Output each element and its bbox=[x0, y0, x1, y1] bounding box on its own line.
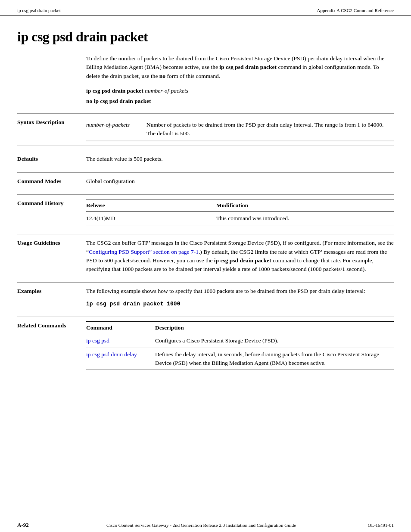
command-modes-label: Command Modes bbox=[17, 177, 86, 186]
defaults-label: Defaults bbox=[17, 155, 86, 163]
related-command[interactable]: ip csg psd bbox=[86, 334, 155, 348]
command-history-label: Command History bbox=[17, 199, 86, 226]
examples-section: Examples The following example shows how… bbox=[17, 282, 394, 312]
command-modes-content: Global configuration bbox=[86, 177, 394, 186]
related-commands-label: Related Commands bbox=[17, 321, 86, 370]
footer-title: Cisco Content Services Gateway - 2nd Gen… bbox=[43, 523, 359, 528]
related-desc: Defines the delay interval, in seconds, … bbox=[155, 348, 394, 370]
syntax-line-2: no ip csg psd drain packet bbox=[86, 98, 394, 105]
syntax-table: number-of-packets Number of packets to b… bbox=[86, 118, 394, 142]
related-row: ip csg psd Configures a Cisco Persistent… bbox=[86, 334, 394, 348]
history-col1-header: Release bbox=[86, 199, 216, 212]
usage-guidelines-label: Usage Guidelines bbox=[17, 239, 86, 274]
command-history-section: Command History Release Modification 12.… bbox=[17, 194, 394, 230]
syntax-description-label: Syntax Description bbox=[17, 118, 86, 142]
examples-para1: The following example shows how to speci… bbox=[86, 287, 394, 296]
usage-bold-1: ip csg psd drain packet bbox=[214, 257, 271, 264]
related-command-link: ip csg psd bbox=[86, 337, 109, 344]
syntax-row: number-of-packets Number of packets to b… bbox=[86, 118, 394, 141]
history-table: Release Modification 12.4(11)MD This com… bbox=[86, 199, 394, 226]
related-command-link: ip csg psd drain delay bbox=[86, 351, 137, 358]
syntax-line-1: ip csg psd drain packet number-of-packet… bbox=[86, 87, 394, 94]
syntax-bold-2: no ip csg psd drain packet bbox=[86, 98, 151, 104]
header-right: Appendix A CSG2 Command Reference bbox=[317, 8, 394, 13]
syntax-param: number-of-packets bbox=[86, 118, 146, 141]
defaults-text: The default value is 500 packets. bbox=[86, 156, 163, 162]
footer-page-number: A-92 bbox=[17, 522, 43, 529]
history-col2-header: Modification bbox=[216, 199, 394, 212]
history-modification: This command was introduced. bbox=[216, 212, 394, 225]
intro-bold-1: ip csg psd drain packet bbox=[219, 64, 277, 70]
related-col2-header: Description bbox=[155, 322, 394, 334]
page-footer: A-92 Cisco Content Services Gateway - 2n… bbox=[0, 518, 411, 532]
defaults-section: Defaults The default value is 500 packet… bbox=[17, 146, 394, 172]
related-col1-header: Command bbox=[86, 322, 155, 334]
examples-content: The following example shows how to speci… bbox=[86, 287, 394, 308]
intro-para1: To define the number of packets to be dr… bbox=[86, 54, 394, 81]
command-modes-text: Global configuration bbox=[86, 178, 135, 184]
defaults-content: The default value is 500 packets. bbox=[86, 155, 394, 163]
usage-guidelines-content: The CSG2 can buffer GTP’ messages in the… bbox=[86, 239, 394, 274]
footer-doc-number: OL-15491-01 bbox=[359, 523, 394, 528]
usage-para1: The CSG2 can buffer GTP’ messages in the… bbox=[86, 239, 394, 274]
related-command[interactable]: ip csg psd drain delay bbox=[86, 348, 155, 370]
examples-label: Examples bbox=[17, 287, 86, 308]
command-history-content: Release Modification 12.4(11)MD This com… bbox=[86, 199, 394, 226]
command-title: ip csg psd drain packet bbox=[17, 29, 394, 45]
syntax-table-bottom-row bbox=[86, 141, 394, 141]
usage-link[interactable]: Configuring PSD Support” section on page… bbox=[89, 249, 199, 255]
related-row: ip csg psd drain delay Defines the delay… bbox=[86, 348, 394, 370]
history-header-row: Release Modification bbox=[86, 199, 394, 212]
header-left: ip csg psd drain packet bbox=[17, 8, 61, 13]
page: ip csg psd drain packet Appendix A CSG2 … bbox=[0, 0, 411, 532]
command-modes-section: Command Modes Global configuration bbox=[17, 172, 394, 190]
syntax-description-content: number-of-packets Number of packets to b… bbox=[86, 118, 394, 142]
related-commands-content: Command Description ip csg psd Configure… bbox=[86, 321, 394, 370]
syntax-italic-1: number-of-packets bbox=[145, 87, 188, 94]
history-release: 12.4(11)MD bbox=[86, 212, 216, 225]
intro-bold-2: no bbox=[159, 73, 165, 79]
usage-guidelines-section: Usage Guidelines The CSG2 can buffer GTP… bbox=[17, 234, 394, 278]
page-header: ip csg psd drain packet Appendix A CSG2 … bbox=[0, 0, 411, 16]
intro-text-1c: form of this command. bbox=[165, 73, 220, 79]
related-desc: Configures a Cisco Persistent Storage De… bbox=[155, 334, 394, 348]
syntax-bold-1: ip csg psd drain packet bbox=[86, 87, 145, 94]
related-header-row: Command Description bbox=[86, 322, 394, 334]
intro-block: To define the number of packets to be dr… bbox=[86, 54, 394, 81]
examples-code: ip csg psd drain packet 1000 bbox=[86, 301, 180, 307]
related-commands-section: Related Commands Command Description ip … bbox=[17, 317, 394, 374]
history-row: 12.4(11)MD This command was introduced. bbox=[86, 212, 394, 225]
related-table: Command Description ip csg psd Configure… bbox=[86, 321, 394, 370]
main-content: ip csg psd drain packet To define the nu… bbox=[0, 16, 411, 400]
syntax-desc: Number of packets to be drained from the… bbox=[146, 118, 394, 141]
examples-code-block: ip csg psd drain packet 1000 bbox=[86, 299, 394, 308]
syntax-description-section: Syntax Description number-of-packets Num… bbox=[17, 113, 394, 146]
